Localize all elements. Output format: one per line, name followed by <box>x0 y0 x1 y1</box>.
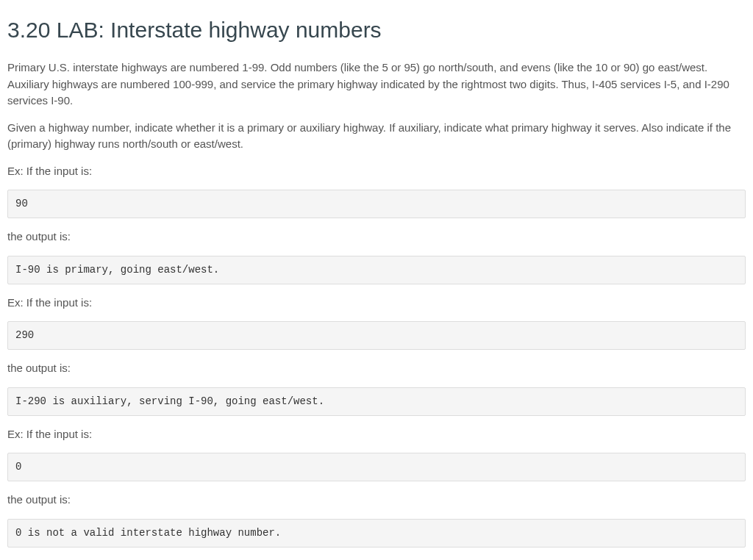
example-2-prompt: Ex: If the input is: <box>7 295 746 312</box>
footer-paragraph: See Wikipedia for more info on highway n… <box>7 558 746 561</box>
example-3-prompt: Ex: If the input is: <box>7 426 746 443</box>
example-3-output-label: the output is: <box>7 492 746 509</box>
intro-paragraph-1: Primary U.S. interstate highways are num… <box>7 60 746 110</box>
example-1-output-label: the output is: <box>7 229 746 245</box>
page-title: 3.20 LAB: Interstate highway numbers <box>7 13 746 46</box>
example-1-prompt: Ex: If the input is: <box>7 163 746 180</box>
example-2-input: 290 <box>7 321 746 350</box>
intro-paragraph-2: Given a highway number, indicate whether… <box>7 120 746 153</box>
example-2-output: I-290 is auxiliary, serving I-90, going … <box>7 387 746 416</box>
example-1-input: 90 <box>7 190 746 218</box>
example-1-output: I-90 is primary, going east/west. <box>7 256 746 284</box>
example-3-input: 0 <box>7 453 746 481</box>
example-3-output: 0 is not a valid interstate highway numb… <box>7 519 746 548</box>
example-2-output-label: the output is: <box>7 360 746 377</box>
